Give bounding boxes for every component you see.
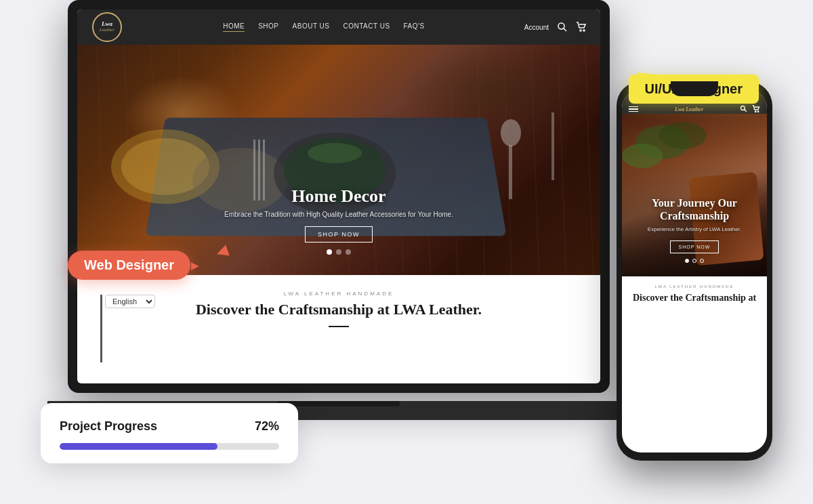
svg-point-12 [501,119,521,146]
logo-main-text: Lwa [102,21,112,27]
hero-dot-3[interactable] [346,249,351,255]
phone-dot-2[interactable] [692,259,696,263]
nav-home[interactable]: HOME [223,22,245,32]
phone-hero-content: Your Journey Our Craftsmanship Experienc… [622,196,767,263]
phone-mockup: Lwa Leather [617,81,772,461]
nav-shop[interactable]: SHOP [258,22,278,32]
phone-logo: Lwa Leather [675,106,703,112]
laptop-lower-title: Discover the Craftsmanship at LWA Leathe… [196,301,482,318]
phone-hero: Your Journey Our Craftsmanship Experienc… [622,114,767,276]
progress-bar-fill [60,443,217,450]
svg-point-18 [755,111,757,112]
phone-lower-title: Discover the Craftsmanship at [631,293,757,304]
web-designer-text: Web Designer [84,257,174,272]
laptop-hero: Home Decor Embrace the Tradition with Hi… [77,45,600,275]
svg-point-22 [659,122,707,149]
phone-shop-now-button[interactable]: SHOP NOW [670,240,720,253]
logo-sub-text: Leather [100,27,114,33]
svg-point-0 [558,23,564,29]
hero-dot-2[interactable] [336,249,341,255]
progress-bar-background [60,443,279,450]
phone-lower-section: LWA LEATHER HANDMADE Discover the Crafts… [622,276,767,312]
language-dropdown[interactable]: English French Spanish [105,295,155,308]
hero-dot-1[interactable] [327,249,332,255]
laptop-logo: Lwa Leather [91,11,123,43]
phone-dot-3[interactable] [700,259,704,263]
nav-about[interactable]: ABOUT US [293,22,330,32]
svg-point-21 [622,144,663,168]
phone-cart-icon[interactable] [752,105,760,113]
hamburger-icon[interactable] [629,106,638,112]
nav-contact[interactable]: CONTACT US [343,22,390,32]
laptop-navbar: Lwa Leather HOME SHOP ABOUT US CONTACT U… [77,9,600,45]
svg-rect-14 [551,112,554,180]
svg-point-15 [308,143,362,163]
phone-notch [671,81,718,96]
cart-icon[interactable] [576,22,587,33]
phone-nav-icons [740,105,760,113]
nav-faq[interactable]: FAQ's [404,22,425,32]
svg-point-16 [741,106,745,110]
svg-point-3 [583,30,585,31]
account-label[interactable]: Account [524,24,549,31]
phone-hero-subtitle: Experience the Artistry of LWA Leather. [631,226,757,232]
logo-circle: Lwa Leather [92,12,122,42]
search-icon[interactable] [557,22,568,33]
phone-screen: Lwa Leather [622,89,767,453]
web-designer-label: Web Designer [68,251,190,280]
nav-right: Account [524,22,587,33]
phone-brand-label: LWA LEATHER HANDMADE [631,285,757,289]
phone-dot-1[interactable] [685,259,689,263]
phone-search-icon[interactable] [740,105,748,113]
progress-label: Project Progress [60,419,157,434]
hero-subtitle: Embrace the Tradition with High Quality … [77,211,600,218]
laptop-frame: Lwa Leather HOME SHOP ABOUT US CONTACT U… [68,0,610,393]
hero-content: Home Decor Embrace the Tradition with Hi… [77,186,600,255]
nav-links: HOME SHOP ABOUT US CONTACT US FAQ's [140,22,508,32]
progress-card: Project Progress 72% [41,403,298,463]
laptop-mockup: Lwa Leather HOME SHOP ABOUT US CONTACT U… [68,0,610,420]
shop-now-button[interactable]: SHOP NOW [305,226,373,243]
laptop-brand-label: LWA LEATHER HANDMADE [284,291,394,297]
phone-hero-dots [631,259,757,263]
svg-point-19 [757,111,759,112]
hero-title: Home Decor [77,186,600,207]
progress-percent: 72% [255,419,279,434]
svg-line-1 [564,28,566,31]
laptop-lower-section: LWA LEATHER HANDMADE Discover the Crafts… [77,275,600,343]
svg-line-17 [745,110,747,112]
laptop-screen: Lwa Leather HOME SHOP ABOUT US CONTACT U… [77,9,600,383]
progress-header: Project Progress 72% [60,419,279,434]
phone-hero-title: Your Journey Our Craftsmanship [631,196,757,222]
svg-point-2 [580,30,581,31]
screen-separator [100,295,102,362]
phone-frame: Lwa Leather [617,81,772,461]
title-underline [329,326,349,327]
